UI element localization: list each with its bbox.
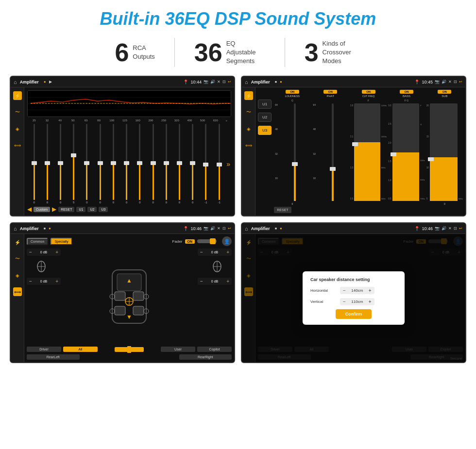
reset-btn[interactable]: RESET <box>58 207 74 212</box>
cutfreq-on-btn[interactable]: ON <box>362 90 375 94</box>
loudness-on-btn[interactable]: ON <box>286 90 299 94</box>
u-buttons-col: U1 U2 U3 <box>258 90 272 213</box>
split-icon-3[interactable]: ⟺ <box>13 287 22 296</box>
specialty-mode-btn[interactable]: Specialty <box>51 238 72 245</box>
screen1-body: ⚡ 〜 ◈ ⟺ <box>11 87 234 216</box>
speaker-icon-3[interactable]: ◈ <box>13 271 22 280</box>
eq-slider-14[interactable]: -1 <box>200 124 212 204</box>
svg-rect-15 <box>133 306 144 315</box>
down-arrow[interactable]: ▼ <box>126 314 132 320</box>
sub-on-btn[interactable]: ON <box>438 90 451 94</box>
u3-btn[interactable]: U3 <box>99 207 108 212</box>
vertical-minus-btn[interactable]: − <box>342 299 347 304</box>
wave-icon-3[interactable]: 〜 <box>13 254 22 263</box>
eq-slider-6[interactable]: 0 <box>94 124 106 204</box>
eq-slider-15[interactable]: -1 <box>213 124 225 204</box>
eq-slider-2[interactable]: 0 <box>41 124 53 204</box>
phat-track[interactable] <box>332 103 334 201</box>
eq-icon-2[interactable]: ⚡ <box>244 91 253 100</box>
eq-slider-4[interactable]: 5 <box>68 124 80 204</box>
phat-on-btn[interactable]: ON <box>323 90 337 94</box>
balance-slider[interactable] <box>100 347 159 352</box>
eq-slider-9[interactable]: 0 <box>134 124 146 204</box>
vertical-plus-btn[interactable]: + <box>368 299 373 304</box>
db-plus-rl[interactable]: + <box>54 279 59 284</box>
eq-icon-3[interactable]: ⚡ <box>13 238 22 247</box>
bass-track[interactable] <box>392 103 420 201</box>
driver-btn[interactable]: Driver <box>27 347 61 352</box>
u2-btn[interactable]: U2 <box>87 207 97 212</box>
camera-icon-2: 📷 <box>435 80 440 84</box>
screen3-topbar-icons: 📍 10:46 📷 🔊 ✕ ⊡ ↩ <box>183 226 231 231</box>
eq-slider-7[interactable]: 0 <box>107 124 119 204</box>
dialog-title: Car speaker distance setting <box>310 277 397 282</box>
eq-slider-12[interactable]: 0 <box>173 124 185 204</box>
location-icon-3: 📍 <box>183 226 188 231</box>
split-icon[interactable]: ⟺ <box>13 141 22 150</box>
stat-crossover-label: Kinds ofCrossover Modes <box>323 39 361 66</box>
fader-on-toggle[interactable]: ON <box>185 239 195 244</box>
db-plus-rr[interactable]: + <box>225 279 230 284</box>
rearright-btn[interactable]: RearRight <box>179 354 232 360</box>
eq-slider-10[interactable]: 0 <box>147 124 159 204</box>
eq-slider-8[interactable]: 0 <box>121 124 133 204</box>
eq-icon[interactable]: ⚡ <box>13 91 22 100</box>
db-control-fl: − 0 dB + <box>27 249 61 256</box>
eq-slider-11[interactable]: 0 <box>160 124 172 204</box>
common-mode-btn[interactable]: Common <box>27 238 48 245</box>
vertical-value: 110cm <box>349 299 366 304</box>
wave-icon-2[interactable]: 〜 <box>244 108 253 116</box>
u1-btn[interactable]: U1 <box>76 207 85 212</box>
custom-btn[interactable]: Custom <box>34 207 50 212</box>
db-minus-rr[interactable]: − <box>199 279 204 284</box>
prev-btn[interactable]: ◀ <box>27 206 32 213</box>
eq-slider-3[interactable]: 0 <box>54 124 66 204</box>
horizontal-plus-btn[interactable]: + <box>368 288 373 293</box>
dialog-row-vertical: Vertical − 110cm + <box>310 298 397 305</box>
crossover-reset-btn[interactable]: RESET <box>274 207 291 213</box>
u2-crossover-btn[interactable]: U2 <box>258 113 272 122</box>
profile-icon[interactable]: 👤 <box>222 236 232 246</box>
up-arrow[interactable]: ▲ <box>126 277 132 284</box>
rearleft-btn[interactable]: RearLeft <box>27 354 80 360</box>
screen3-container: ⌂ Amplifier ■ ● 📍 10:46 📷 🔊 ✕ ⊡ ↩ ⚡ 〜 <box>10 222 235 363</box>
all-btn[interactable]: All <box>63 347 98 352</box>
eq-slider-5[interactable]: 0 <box>81 124 93 204</box>
screen3-side-icons: ⚡ 〜 ◈ ⟺ <box>11 234 24 362</box>
loudness-track[interactable] <box>294 103 296 201</box>
bass-on-btn[interactable]: ON <box>400 90 413 94</box>
wave-icon[interactable]: 〜 <box>13 108 22 116</box>
db-minus-fl[interactable]: − <box>28 249 33 255</box>
screen1-time: 10:44 <box>190 80 202 84</box>
speaker-icon[interactable]: ◈ <box>13 124 22 133</box>
split-icon-2[interactable]: ⟺ <box>244 141 253 150</box>
db-minus-rl[interactable]: − <box>28 279 33 284</box>
screen3-body: ⚡ 〜 ◈ ⟺ Common Specialty Fader ON <box>11 234 234 362</box>
horizontal-stepper[interactable]: − 140cm + <box>340 287 374 294</box>
next-icon[interactable]: » <box>226 160 230 168</box>
eq-slider-1[interactable]: 0 <box>28 124 40 204</box>
next-btn[interactable]: ▶ <box>52 206 56 213</box>
vertical-stepper[interactable]: − 110cm + <box>340 298 374 305</box>
copilot-btn[interactable]: Copilot <box>197 347 232 352</box>
close-icon: ✕ <box>217 80 221 84</box>
fader-slider-h[interactable] <box>197 239 217 243</box>
horizontal-label: Horizontal <box>310 288 337 293</box>
eq-slider-13[interactable]: 0 <box>187 124 199 204</box>
horizontal-minus-btn[interactable]: − <box>342 288 347 293</box>
volume-icon-2: 🔊 <box>442 80 446 84</box>
speaker-icon-2[interactable]: ◈ <box>244 124 253 133</box>
db-minus-fr[interactable]: − <box>199 249 204 255</box>
db-plus-fr[interactable]: + <box>225 249 230 255</box>
u3-crossover-btn[interactable]: U3 <box>258 126 272 135</box>
confirm-button[interactable]: Confirm <box>336 309 372 319</box>
screen1-topbar-icons: 📍 10:44 📷 🔊 ✕ ⊡ ↩ <box>183 80 231 84</box>
cutfreq-track[interactable] <box>354 103 380 201</box>
fader-mode-row: Common Specialty Fader ON 👤 <box>27 236 232 246</box>
sub-track[interactable] <box>430 103 458 201</box>
fader-bottom-row2: RearLeft RearRight <box>27 354 232 360</box>
db-plus-fl[interactable]: + <box>54 249 59 255</box>
fader-diagram: ▲ ▼ <box>64 249 195 344</box>
user-btn[interactable]: User <box>161 347 195 352</box>
u1-crossover-btn[interactable]: U1 <box>258 100 272 109</box>
